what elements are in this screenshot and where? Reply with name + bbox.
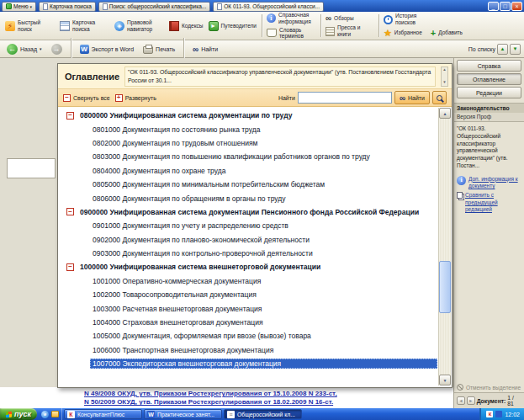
start-button[interactable]: пуск — [0, 408, 37, 420]
consultant-tray-icon[interactable]: К — [486, 411, 493, 417]
search-history-button[interactable]: История поисков — [382, 13, 464, 26]
sidebar-help-button[interactable]: Справка — [457, 60, 521, 72]
toc-tree-item[interactable]: − 0800000 Унифицированная система докуме… — [59, 109, 437, 122]
compare-editions-link[interactable]: Сравнить с предыдущей редакцией — [454, 189, 524, 213]
toc-tree-item[interactable]: 1001000 Оперативно-коммерческая документ… — [59, 274, 437, 288]
tab-label: Поиск: общероссийский классифика... — [109, 3, 206, 9]
printer-icon — [143, 46, 153, 54]
expand-button[interactable]: + Развернуть — [115, 94, 156, 102]
button-label: Путеводители — [221, 23, 257, 29]
toc-tree-item[interactable]: 0903000 Документация по контрольно-прове… — [59, 247, 437, 260]
export-word-button[interactable]: W Экспорт в Word — [77, 43, 138, 56]
maximize-button[interactable]: □ — [500, 2, 511, 11]
list-down-button[interactable]: ▼ — [510, 44, 521, 55]
back-button[interactable]: ← Назад ▾ — [3, 42, 45, 56]
forward-button[interactable]: → — [48, 42, 66, 56]
tab-document[interactable]: ОК 011-93. Общероссийский класси... — [213, 2, 324, 12]
tree-expand-icon[interactable]: − — [66, 263, 74, 271]
titlebar: Меню ▾ Карточка поиска Поиск: общероссий… — [0, 0, 524, 12]
taskbar-clock[interactable]: 12:02 — [505, 412, 520, 417]
reviews-button[interactable]: ∞ Обзоры — [324, 13, 376, 23]
guides-button[interactable]: ► Путеводители — [206, 19, 259, 33]
add-button[interactable]: + Добавить — [429, 28, 464, 39]
scroll-up-button[interactable]: ▲ — [439, 108, 451, 119]
toc-tree-item[interactable]: 0901000 Документация по учету и распреде… — [59, 219, 437, 232]
sidebar-toc-button[interactable]: Оглавление — [457, 73, 521, 85]
taskbar-item-practice[interactable]: W Практическое занят... — [144, 409, 222, 419]
consultant-icon: К — [67, 411, 75, 418]
toc-tree-item[interactable]: − 0900000 Унифицированная система докуме… — [59, 205, 437, 219]
toc-tree-item[interactable]: 0801000 Документация по состоянию рынка … — [59, 122, 437, 136]
extra-info-link[interactable]: i Доп. информация к документу — [454, 173, 524, 190]
tree-item-label: 0802000 Документация по трудовым отношен… — [90, 138, 260, 148]
tab-menu[interactable]: Меню ▾ — [2, 2, 36, 12]
tree-item-label: 1006000 Транспортная внешнеторговая доку… — [90, 345, 276, 355]
find-button[interactable]: ∞ Найти — [189, 43, 221, 56]
document-line[interactable]: N 50/2009 ОКУД, утв. Приказом Ростехрегу… — [84, 398, 453, 407]
sidebar-editions-button[interactable]: Редакции — [457, 87, 521, 98]
toc-tree-item[interactable]: 0803000 Документация по повышению квалиф… — [59, 150, 437, 163]
page-icon — [103, 3, 108, 10]
toolbar-column-reference: i Справочная информация Словарь терминов — [265, 12, 318, 40]
scroll-down-button[interactable]: ▼ — [439, 375, 451, 385]
tree-expand-icon[interactable]: − — [66, 208, 74, 215]
document-line[interactable]: N 49/2008 ОКУД, утв. Приказом Ростехрегу… — [84, 390, 453, 398]
toc-scrollbar[interactable]: ▲ ▼ — [438, 108, 451, 385]
toc-tree-item[interactable]: 1006000 Транспортная внешнеторговая доку… — [59, 343, 437, 357]
collapse-all-button[interactable]: − Свернуть все — [63, 94, 110, 102]
folder-icon[interactable] — [51, 411, 59, 417]
subtitle-scrollbar[interactable]: ▲ ▼ — [441, 66, 448, 87]
toc-tree-item[interactable]: 0806000 Документация по обращениям в орг… — [59, 191, 437, 205]
next-document-button[interactable]: ► — [467, 396, 475, 405]
tree-item-label: 1007000 Экспедиторская внешнеторговая до… — [90, 359, 437, 369]
close-button[interactable]: × — [511, 2, 522, 11]
scroll-up-icon[interactable]: ▲ — [442, 68, 447, 72]
reference-info-button[interactable]: i Справочная информация — [265, 12, 318, 25]
favorites-button[interactable]: ★ Избранное — [382, 28, 424, 39]
browser-icon[interactable]: e — [41, 411, 49, 418]
list-up-button[interactable]: ▲ — [497, 44, 508, 55]
tab-search-results[interactable]: Поиск: общероссийский классифика... — [98, 2, 210, 12]
taskbar-item-consultant[interactable]: К КонсультантПлюс — [64, 409, 142, 419]
codes-button[interactable]: Кодексы — [167, 19, 206, 33]
button-label: Обзоры — [334, 15, 353, 22]
tree-expand-icon[interactable]: − — [66, 112, 74, 120]
toc-tree-item[interactable]: 1003000 Расчетная внешнеторговая докумен… — [59, 301, 437, 315]
book-icon — [169, 21, 179, 31]
taskbar-item-classifier[interactable]: ≡ Общероссийский кл... — [224, 409, 302, 419]
print-button[interactable]: Печать — [140, 42, 178, 56]
toc-tree-item[interactable]: − 1000000 Унифицированная система внешне… — [59, 260, 437, 274]
tree-item-label: 0806000 Документация по обращениям в орг… — [90, 194, 288, 204]
tree-item-label: 1004000 Страховая внешнеторговая докумен… — [90, 317, 266, 327]
search-card-button[interactable]: Карточка поиска — [57, 18, 112, 35]
scroll-down-icon[interactable]: ▼ — [442, 81, 447, 85]
expand-plus-icon: + — [115, 94, 123, 102]
toc-tree-item[interactable]: 1007000 Экспедиторская внешнеторговая до… — [59, 357, 437, 370]
press-books-button[interactable]: Пресса и книги — [324, 24, 376, 38]
scroll-thumb[interactable] — [439, 261, 451, 313]
legal-navigator-button[interactable]: ◈ Правовой навигатор — [112, 18, 167, 35]
toc-tree-item[interactable]: 1002000 Товаросопроводительная документа… — [59, 288, 437, 301]
compass-icon: ◈ — [114, 21, 124, 31]
toc-tree-item[interactable]: 1005000 Документация, оформляемая при вв… — [59, 329, 437, 343]
sidebar-spacer — [454, 214, 524, 382]
quick-search-button[interactable]: ⚡ Быстрый поиск — [3, 18, 57, 35]
button-label: Свернуть все — [73, 95, 110, 101]
search-options-button[interactable] — [432, 91, 447, 104]
toc-tree-item[interactable]: 0802000 Документация по трудовым отношен… — [59, 136, 437, 150]
minimize-button[interactable]: _ — [488, 2, 499, 11]
chevron-down-icon: ▾ — [30, 4, 33, 9]
section-subtitle: Версия Проф — [454, 113, 524, 121]
toc-search-input[interactable] — [298, 92, 392, 104]
tray-icon[interactable] — [495, 411, 502, 417]
toc-tree-item[interactable]: 0902000 Документация по планово-экономич… — [59, 233, 437, 247]
toc-tree-item[interactable]: 0805000 Документация по минимальным потр… — [59, 178, 437, 191]
toc-tree-item[interactable]: 0804000 Документация по охране труда — [59, 164, 437, 178]
term-dictionary-button[interactable]: Словарь терминов — [265, 27, 318, 40]
cancel-selection-button[interactable]: Отменить выделение — [454, 382, 524, 392]
toc-find-button[interactable]: ∞ Найти — [394, 91, 430, 104]
page-icon — [43, 3, 48, 10]
prev-document-button[interactable]: ◄ — [457, 396, 465, 405]
tab-search-card[interactable]: Карточка поиска — [39, 2, 96, 12]
toc-tree-item[interactable]: 1004000 Страховая внешнеторговая докумен… — [59, 316, 437, 329]
